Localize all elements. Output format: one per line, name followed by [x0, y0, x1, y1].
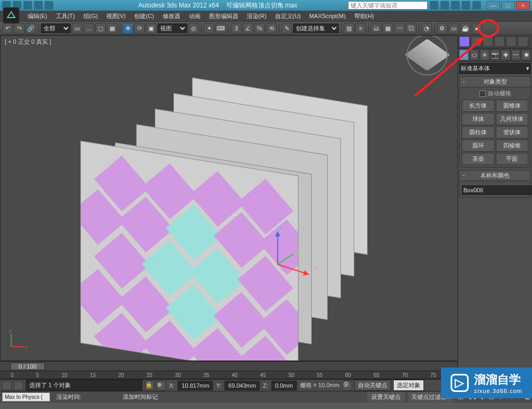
subtab-geometry[interactable]: ○	[459, 50, 469, 60]
redo-button[interactable]: ↷	[14, 23, 24, 34]
prim-cylinder-button[interactable]: 圆柱体	[462, 126, 495, 138]
graphite-tools-button[interactable]: ▦	[383, 23, 393, 34]
status-lock-icon[interactable]	[2, 381, 12, 390]
angle-snap-button[interactable]: ∠	[243, 23, 253, 34]
menu-rendering[interactable]: 渲染(R)	[243, 11, 271, 21]
subtab-shapes[interactable]: ⬭	[470, 50, 479, 60]
help-search-input[interactable]	[348, 1, 428, 10]
window-crossing-button[interactable]: ▦	[107, 23, 118, 34]
menu-tools[interactable]: 工具(T)	[52, 11, 79, 21]
named-selection-dropdown[interactable]: 创建选择集	[293, 23, 339, 33]
prim-plane-button[interactable]: 平面	[496, 153, 529, 165]
render-iterative-button[interactable]: ▸	[472, 23, 483, 34]
coord-y-input[interactable]: 69.043mm	[225, 381, 260, 390]
select-object-button[interactable]: ▭	[72, 23, 82, 34]
box-object-front[interactable]	[80, 141, 298, 361]
link-button[interactable]: 🔗	[26, 23, 36, 34]
help-icon[interactable]	[472, 1, 481, 10]
select-by-name-button[interactable]: …	[84, 23, 94, 34]
tab-motion[interactable]	[494, 36, 505, 47]
time-config-icon[interactable]: ⦿	[343, 381, 352, 390]
rollout-header[interactable]: 名称和颜色	[460, 170, 530, 181]
viewcube[interactable]	[404, 39, 451, 71]
material-editor-button[interactable]: ◔	[421, 23, 432, 34]
key-filter-selected[interactable]: 选定对象	[393, 380, 424, 391]
menu-grapheditors[interactable]: 图形编辑器	[205, 11, 243, 21]
rendered-frame-window-button[interactable]: ▭	[448, 23, 459, 34]
prim-teapot-button[interactable]: 茶壶	[462, 153, 495, 165]
prim-torus-button[interactable]: 圆环	[462, 140, 495, 152]
time-slider-handle[interactable]: 0 / 100	[11, 363, 45, 370]
tab-utilities[interactable]	[518, 36, 528, 47]
tab-display[interactable]	[506, 36, 517, 47]
maximize-button[interactable]: □	[501, 1, 515, 10]
menu-animation[interactable]: 动画	[185, 11, 205, 21]
subscription-icon[interactable]	[440, 1, 449, 10]
subtab-helpers[interactable]: ✚	[501, 50, 510, 60]
absolute-mode-icon[interactable]: ⊕	[156, 381, 166, 390]
select-and-move-button[interactable]: ✥	[122, 23, 133, 34]
prim-geosphere-button[interactable]: 几何球体	[496, 113, 529, 125]
coord-x-input[interactable]: 10.817mm	[178, 381, 213, 390]
select-region-button[interactable]: ▢	[95, 23, 106, 34]
render-setup-button[interactable]: ⚙	[437, 23, 447, 34]
menu-edit[interactable]: 编辑(E)	[23, 11, 52, 21]
align-button[interactable]: ≡	[355, 23, 366, 34]
prim-sphere-button[interactable]: 球体	[462, 113, 495, 125]
qat-save-icon[interactable]	[23, 1, 32, 10]
snap-toggle-button[interactable]: 3	[231, 23, 242, 34]
spinner-snap-button[interactable]: ⟲	[266, 23, 277, 34]
select-and-scale-button[interactable]: ▣	[146, 23, 156, 34]
qat-redo-icon[interactable]	[45, 1, 53, 10]
autogrid-checkbox[interactable]: 自动栅格	[462, 89, 528, 97]
percent-snap-button[interactable]: %	[254, 23, 265, 34]
maxscript-mini-listener[interactable]	[2, 392, 50, 402]
ref-coord-dropdown[interactable]: 视图	[157, 23, 187, 33]
prim-cone-button[interactable]: 圆锥体	[496, 100, 529, 112]
select-and-rotate-button[interactable]: ⟳	[134, 23, 145, 34]
menu-modifiers[interactable]: 修改器	[159, 11, 185, 21]
menu-customize[interactable]: 自定义(U)	[271, 11, 305, 21]
geometry-category-dropdown[interactable]: 标准基本体	[459, 63, 531, 74]
viewport-label[interactable]: [ + 0 正交 0 真实 ]	[5, 38, 51, 46]
tab-hierarchy[interactable]	[483, 36, 493, 47]
selection-lock-icon[interactable]: 🔒	[145, 381, 154, 390]
selection-filter-dropdown[interactable]: 全部	[41, 23, 71, 33]
schematic-view-button[interactable]: ⿻	[406, 23, 417, 34]
tab-create[interactable]	[459, 36, 470, 47]
edit-named-selections-button[interactable]: ✎	[281, 23, 292, 34]
object-name-input[interactable]	[462, 185, 532, 195]
undo-button[interactable]: ↶	[2, 23, 13, 34]
curve-editor-button[interactable]: 〰	[394, 23, 405, 34]
minimize-button[interactable]: —	[486, 1, 500, 10]
subtab-lights[interactable]: ☀	[480, 50, 489, 60]
prim-box-button[interactable]: 长方体	[462, 100, 495, 112]
menu-views[interactable]: 视图(V)	[102, 11, 130, 21]
select-manipulate-button[interactable]: ✦	[204, 23, 214, 34]
favorites-icon[interactable]	[462, 1, 470, 10]
tab-modify[interactable]	[471, 36, 481, 47]
menu-create[interactable]: 创建(C)	[130, 11, 158, 21]
application-button[interactable]	[3, 7, 19, 23]
layer-manager-button[interactable]: 🗂	[371, 23, 381, 34]
add-time-tag-label[interactable]: 添加时间标记	[123, 393, 158, 401]
set-key-button[interactable]: 设置关键点	[367, 392, 405, 402]
viewport[interactable]: [ + 0 正交 0 真实 ]	[0, 35, 532, 361]
subtab-cameras[interactable]: 📷	[491, 50, 500, 60]
mirror-button[interactable]: ▥	[344, 23, 354, 34]
autokey-button[interactable]: 自动关键点	[354, 380, 391, 391]
infocenter-search-icon[interactable]	[430, 1, 438, 10]
render-production-button[interactable]: ☕	[460, 23, 471, 34]
subtab-systems[interactable]: ✱	[521, 50, 531, 60]
prim-pyramid-button[interactable]: 四棱锥	[496, 140, 529, 152]
menu-group[interactable]: 组(G)	[79, 11, 102, 21]
coord-z-input[interactable]: 0.0mm	[271, 381, 297, 390]
subtab-spacewarps[interactable]: 〰	[511, 50, 521, 60]
qat-undo-icon[interactable]	[34, 1, 43, 10]
menu-maxscript[interactable]: MAXScript(M)	[305, 12, 350, 20]
status-isolate-icon[interactable]	[14, 381, 23, 390]
prim-tube-button[interactable]: 管状体	[496, 126, 529, 138]
exchange-icon[interactable]	[451, 1, 460, 10]
keyboard-shortcut-override-button[interactable]: ⌨	[215, 23, 226, 34]
rollout-header[interactable]: 对象类型	[460, 77, 530, 87]
